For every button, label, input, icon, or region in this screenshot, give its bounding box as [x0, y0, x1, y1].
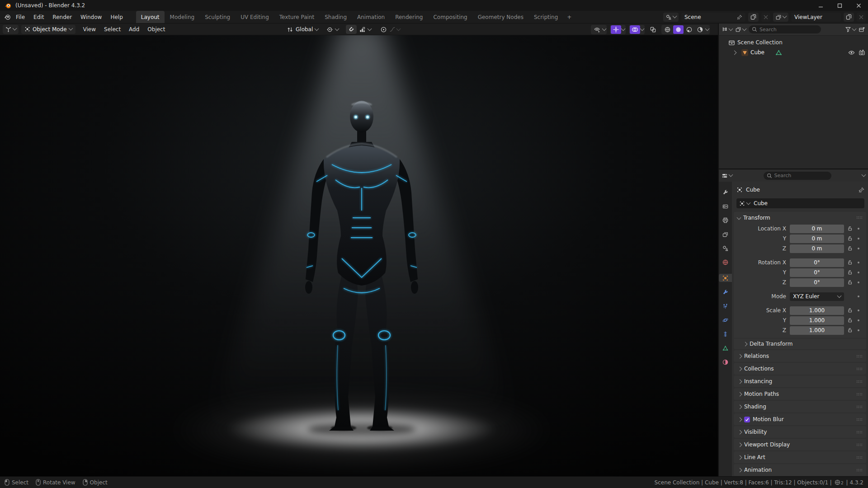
tab-compositing[interactable]: Compositing — [428, 11, 472, 23]
pin-icon[interactable] — [859, 187, 864, 193]
props-tab-physics[interactable] — [719, 316, 732, 324]
panel-grip[interactable] — [856, 431, 863, 434]
show-overlays-button[interactable] — [630, 25, 640, 34]
tab-uv-editing[interactable]: UV Editing — [236, 11, 274, 23]
animate-dot[interactable] — [858, 296, 859, 297]
tab-shading[interactable]: Shading — [320, 11, 352, 23]
show-gizmo-button[interactable] — [611, 25, 621, 34]
viewport-menu-select[interactable]: Select — [100, 25, 125, 34]
viewport-menu-view[interactable]: View — [79, 25, 100, 34]
lock-open-icon[interactable] — [847, 260, 853, 265]
transform-panel-header[interactable]: Transform — [734, 212, 866, 223]
pin-icon[interactable] — [737, 14, 742, 20]
toggle-xray-button[interactable] — [648, 25, 658, 34]
animate-dot[interactable] — [858, 329, 859, 331]
proportional-editing-icon[interactable] — [380, 26, 387, 33]
location-x-field[interactable]: 0 m — [790, 225, 844, 233]
lock-open-icon[interactable] — [847, 236, 853, 241]
unlink-scene-button[interactable] — [761, 13, 770, 22]
chevron-down-icon[interactable] — [862, 173, 866, 177]
object-name-field[interactable]: Cube — [736, 198, 864, 208]
tab-rendering[interactable]: Rendering — [390, 11, 428, 23]
props-tab-scene[interactable] — [719, 244, 732, 252]
animate-dot[interactable] — [858, 238, 859, 239]
scene-type-dropdown[interactable] — [663, 13, 679, 22]
props-tab-particles[interactable] — [719, 302, 732, 310]
animate-dot[interactable] — [858, 310, 859, 311]
menu-file[interactable]: File — [12, 13, 29, 22]
panel-grip[interactable] — [856, 355, 863, 358]
props-tab-tool[interactable] — [719, 188, 732, 196]
props-tab-modifiers[interactable] — [719, 288, 732, 296]
panel-viewport-display[interactable]: Viewport Display — [734, 439, 866, 450]
chevron-down-icon[interactable] — [705, 26, 710, 31]
chevron-down-icon[interactable] — [746, 200, 751, 205]
animate-dot[interactable] — [858, 262, 859, 263]
menu-window[interactable]: Window — [76, 13, 106, 22]
scene-name-field[interactable]: Scene — [681, 13, 745, 22]
disable-in-render-icon[interactable] — [859, 49, 865, 56]
panel-visibility[interactable]: Visibility — [734, 426, 866, 438]
panel-grip[interactable] — [856, 380, 863, 383]
location-z-field[interactable]: 0 m — [790, 244, 844, 253]
panel-instancing[interactable]: Instancing — [734, 375, 866, 387]
panel-grip[interactable] — [856, 405, 863, 408]
lock-open-icon[interactable] — [847, 226, 853, 231]
lock-open-icon[interactable] — [847, 280, 853, 285]
outliner-display-mode-button[interactable] — [735, 26, 746, 33]
outliner-filter-button[interactable] — [845, 26, 856, 33]
tab-geometry-nodes[interactable]: Geometry Nodes — [473, 11, 528, 23]
remove-viewlayer-button[interactable] — [857, 13, 866, 22]
props-tab-constraints[interactable] — [719, 330, 732, 338]
menu-render[interactable]: Render — [48, 13, 76, 22]
menu-help[interactable]: Help — [106, 13, 127, 22]
add-workspace-button[interactable]: + — [563, 11, 575, 23]
scale-z-field[interactable]: 1.000 — [790, 326, 844, 335]
new-collection-button[interactable] — [859, 26, 865, 33]
show-object-types-button[interactable] — [592, 25, 602, 34]
chevron-down-icon[interactable] — [368, 26, 372, 31]
scale-y-field[interactable]: 1.000 — [790, 316, 844, 325]
tab-layout[interactable]: Layout — [136, 11, 165, 23]
chevron-down-icon[interactable] — [621, 26, 626, 31]
minimize-button[interactable] — [811, 0, 830, 11]
viewport-menu-object[interactable]: Object — [143, 25, 169, 34]
lock-open-icon[interactable] — [847, 270, 853, 275]
chevron-down-icon[interactable] — [640, 26, 645, 31]
panel-grip[interactable] — [856, 393, 863, 396]
scene-collection-row[interactable]: Scene Collection — [719, 38, 868, 47]
cube-object-row[interactable]: Cube — [719, 47, 868, 57]
props-tab-view-layer[interactable] — [719, 230, 732, 238]
breadcrumb-object-label[interactable]: Cube — [746, 187, 760, 193]
panel-animation[interactable]: Animation — [734, 464, 866, 476]
panel-motion-blur[interactable]: Motion Blur — [734, 413, 866, 425]
chevron-down-icon[interactable] — [315, 26, 319, 31]
hide-in-viewport-icon[interactable] — [848, 49, 855, 56]
animate-dot[interactable] — [858, 272, 859, 273]
new-scene-button[interactable] — [748, 13, 759, 22]
lock-open-icon[interactable] — [847, 318, 853, 323]
rotation-y-field[interactable]: 0° — [790, 268, 844, 277]
delta-transform-panel-header[interactable]: Delta Transform — [734, 338, 866, 349]
panel-grip[interactable] — [856, 469, 863, 472]
blender-menu-icon[interactable] — [4, 14, 11, 20]
panel-grip[interactable] — [856, 216, 863, 219]
close-button[interactable] — [849, 0, 868, 11]
outliner-type-button[interactable] — [722, 26, 732, 33]
panel-grip[interactable] — [856, 367, 863, 371]
motion-blur-checkbox[interactable] — [744, 417, 750, 422]
panel-line-art[interactable]: Line Art — [734, 451, 866, 463]
editor-type-button[interactable] — [3, 25, 19, 34]
props-tab-render[interactable] — [719, 202, 732, 210]
chevron-down-icon[interactable] — [602, 26, 607, 31]
viewport-menu-add[interactable]: Add — [125, 25, 143, 34]
shading-rendered-button[interactable] — [695, 25, 705, 34]
props-tab-output[interactable] — [719, 216, 732, 224]
viewport-3d[interactable]: Object Mode View Select Add Object Globa… — [0, 23, 718, 476]
proportional-falloff-dropdown[interactable] — [389, 26, 400, 33]
orientation-value[interactable]: Global — [296, 26, 313, 33]
viewlayer-type-dropdown[interactable] — [773, 13, 788, 22]
tab-scripting[interactable]: Scripting — [529, 11, 563, 23]
new-viewlayer-button[interactable] — [844, 13, 854, 22]
location-y-field[interactable]: 0 m — [790, 235, 844, 243]
